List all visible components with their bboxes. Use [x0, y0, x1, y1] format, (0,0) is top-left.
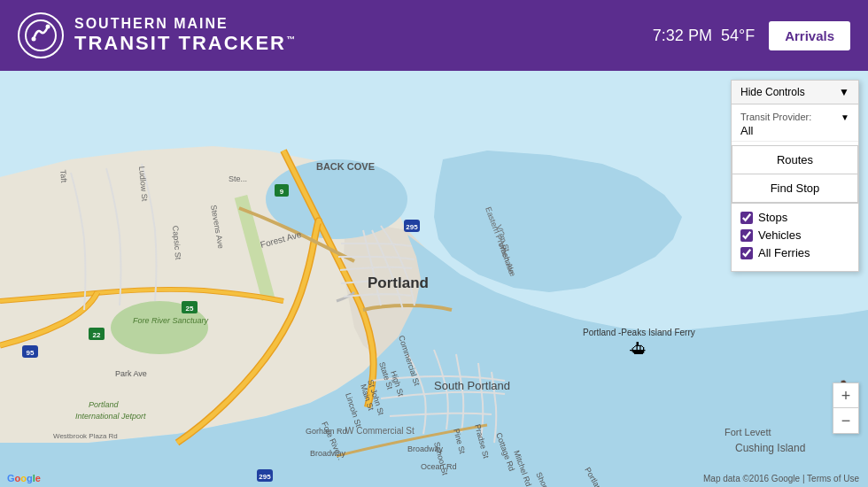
- find-stop-button[interactable]: Find Stop: [732, 174, 858, 203]
- svg-text:South Portland: South Portland: [434, 379, 510, 392]
- svg-text:Cushing Island: Cushing Island: [735, 442, 805, 454]
- dropdown-arrow-icon: ▼: [839, 86, 849, 98]
- header-right: 7:32 PM 54°F Arrivals: [653, 21, 850, 50]
- zoom-controls: + −: [833, 383, 859, 434]
- svg-text:Park Ave: Park Ave: [115, 369, 147, 378]
- google-logo: Google: [7, 473, 41, 483]
- map-attribution: Map data ©2016 Google | Terms of Use: [703, 474, 859, 483]
- layer-options: Stops Vehicles All Ferries: [732, 203, 858, 271]
- app-title: SOUTHERN MAINE TRANSIT TRACKER™: [74, 15, 297, 56]
- ferries-layer-option: All Ferries: [740, 246, 849, 259]
- svg-text:Taft: Taft: [58, 169, 68, 183]
- svg-text:BACK COVE: BACK COVE: [316, 161, 375, 172]
- svg-text:9: 9: [280, 188, 284, 196]
- routes-button[interactable]: Routes: [732, 145, 858, 174]
- ferries-label: All Ferries: [758, 246, 810, 259]
- svg-text:25: 25: [186, 305, 194, 313]
- transit-provider-label: Transit Provider:: [740, 112, 811, 122]
- ferry-label: Portland -Peaks Island Ferry: [583, 328, 695, 337]
- vehicles-label: Vehicles: [758, 228, 801, 242]
- time-temperature: 7:32 PM 54°F: [653, 27, 755, 45]
- zoom-in-button[interactable]: +: [833, 383, 858, 408]
- svg-text:22: 22: [93, 331, 101, 339]
- transit-provider-dropdown-arrow: ▼: [841, 112, 849, 122]
- svg-text:Portland: Portland: [368, 274, 429, 291]
- stops-label: Stops: [758, 211, 787, 224]
- map-container: Fore River Sanctuary: [0, 71, 868, 487]
- svg-text:95: 95: [27, 349, 35, 357]
- transit-provider-section: Transit Provider: ▼ All: [732, 104, 858, 142]
- svg-text:Fore River Sanctuary: Fore River Sanctuary: [133, 316, 209, 325]
- app-title-line1: SOUTHERN MAINE: [74, 15, 297, 32]
- vehicles-checkbox[interactable]: [740, 229, 753, 242]
- svg-text:Fort Levett: Fort Levett: [725, 427, 771, 437]
- svg-text:295: 295: [259, 473, 271, 481]
- stops-layer-option: Stops: [740, 211, 849, 224]
- svg-text:Westbrook Plaza Rd: Westbrook Plaza Rd: [53, 432, 118, 440]
- transit-provider-value: All: [740, 122, 849, 137]
- ferries-checkbox[interactable]: [740, 247, 753, 259]
- svg-point-1: [32, 37, 36, 42]
- arrivals-button[interactable]: Arrivals: [769, 21, 850, 50]
- app-header: SOUTHERN MAINE TRANSIT TRACKER™ 7:32 PM …: [0, 0, 868, 71]
- zoom-out-button[interactable]: −: [833, 408, 858, 433]
- controls-panel: Hide Controls ▼ Transit Provider: ▼ All …: [731, 80, 859, 272]
- svg-text:Ste...: Ste...: [229, 174, 247, 183]
- svg-text:Broadway: Broadway: [310, 449, 346, 458]
- app-title-line2: TRANSIT TRACKER™: [74, 32, 297, 55]
- svg-text:Gorham Rd: Gorham Rd: [306, 427, 347, 436]
- svg-text:Portland: Portland: [89, 400, 120, 409]
- svg-text:295: 295: [406, 223, 418, 231]
- ferry-marker: Portland -Peaks Island Ferry ⛴: [583, 328, 695, 359]
- hide-controls-button[interactable]: Hide Controls ▼: [732, 81, 858, 104]
- vehicles-layer-option: Vehicles: [740, 228, 849, 242]
- svg-point-2: [46, 25, 50, 29]
- ferry-icon: ⛴: [630, 339, 647, 359]
- stops-checkbox[interactable]: [740, 212, 753, 224]
- svg-point-0: [26, 20, 56, 50]
- logo-area: SOUTHERN MAINE TRANSIT TRACKER™: [18, 12, 297, 58]
- svg-text:International Jetport: International Jetport: [75, 412, 146, 421]
- app-logo: [18, 12, 64, 58]
